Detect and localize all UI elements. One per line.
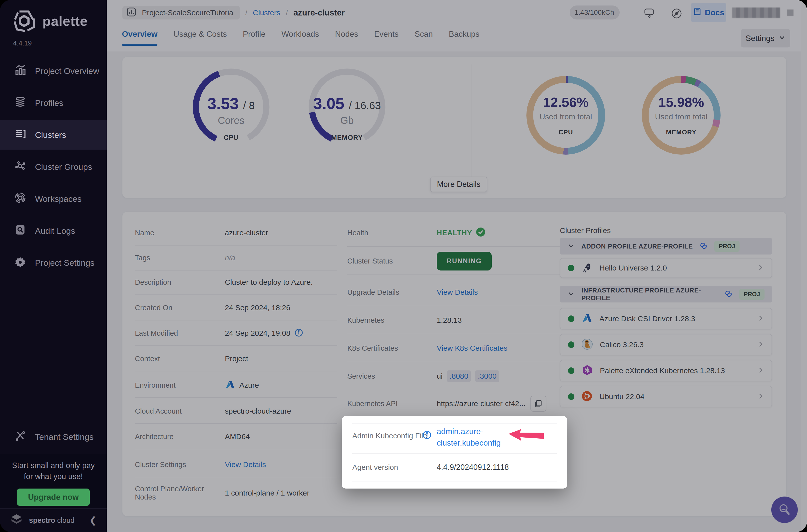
sidebar-item-label: Profiles [35,98,63,108]
field-label: Admin Kubeconfig File [352,432,427,440]
upgrade-now-button[interactable]: Upgrade now [17,489,90,506]
sidebar-item-audit-logs[interactable]: Audit Logs [0,216,107,246]
sidebar: palette 4.4.19 Project Overview Profiles… [0,0,107,532]
sidebar-item-cluster-groups[interactable]: Cluster Groups [0,152,107,182]
divider [352,481,557,482]
divider [352,423,557,424]
upsell-panel: Start small and only pay for what you us… [0,454,107,508]
sidebar-item-label: Project Overview [35,66,99,76]
main-area: Project-ScaleSecureTutoria / Clusters / … [107,0,807,532]
pointer-arrow [507,426,545,446]
tools-icon [15,430,26,443]
collapse-sidebar-chevron[interactable]: ❮ [89,515,97,526]
sidebar-item-label: Audit Logs [35,226,75,236]
audit-log-icon [15,224,26,238]
sidebar-footer: spectro cloud ❮ [0,508,107,532]
server-icon [15,128,26,141]
layers-icon [15,96,26,110]
app-window: palette 4.4.19 Project Overview Profiles… [0,0,807,532]
app-version: 4.4.19 [13,39,32,47]
brand-name: palette [42,13,88,29]
divider [352,453,557,454]
sidebar-item-project-overview[interactable]: Project Overview [0,56,107,86]
sidebar-item-label: Clusters [35,130,66,140]
sidebar-item-clusters[interactable]: Clusters [0,120,107,150]
bar-chart-icon [15,64,26,78]
palette-logo-icon [12,8,36,34]
agent-version-value: 4.4.9/20240912.1118 [437,463,509,472]
sidebar-item-label: Cluster Groups [35,162,92,172]
spectro-cloud-logo [10,513,23,527]
kubeconfig-download-link[interactable]: admin.azure- cluster.kubeconfig [437,425,501,449]
sidebar-item-project-settings[interactable]: Project Settings [0,248,107,278]
footer-brand: spectro cloud [29,516,74,525]
gear-icon [15,256,26,269]
sidebar-item-tenant-settings[interactable]: Tenant Settings [0,422,107,452]
sidebar-item-workspaces[interactable]: Workspaces [0,184,107,213]
upsell-text: Start small and only pay for what you us… [0,460,107,482]
orbit-icon [15,192,26,206]
info-icon[interactable] [422,430,432,441]
sidebar-item-label: Tenant Settings [35,432,93,442]
kubeconfig-spotlight-card: Admin Kubeconfig File admin.azure- clust… [342,416,567,489]
sidebar-item-label: Workspaces [35,194,81,204]
field-label: Agent version [352,463,398,472]
nodes-icon [15,160,26,174]
sidebar-item-profiles[interactable]: Profiles [0,88,107,118]
sidebar-item-label: Project Settings [35,258,94,268]
